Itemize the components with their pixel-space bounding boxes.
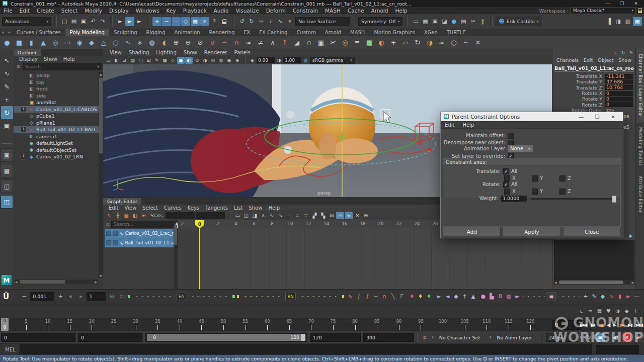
menu-mash[interactable]: MASH — [321, 8, 344, 14]
vp-shadows-icon[interactable]: ◑ — [201, 57, 209, 64]
animbot-bn-badge[interactable]: BN — [285, 293, 295, 300]
vp-motion-blur-icon[interactable]: ◍ — [217, 57, 225, 64]
expand-icon[interactable]: + — [21, 107, 26, 112]
ge-pin-curve-icon[interactable]: ✕ — [353, 212, 361, 219]
ge-break-tangents-icon[interactable]: ⊠ — [328, 212, 336, 219]
channelbox-menu-show[interactable]: Show — [616, 57, 633, 63]
vp-wireframe-icon[interactable]: ◇ — [169, 57, 177, 64]
animation-end-field[interactable]: 300 — [363, 333, 414, 342]
animbot-key-green-icon[interactable]: ♦ — [425, 293, 433, 301]
animbot-epsilon-icon[interactable]: ε — [577, 307, 586, 315]
ge-absolute-view-icon[interactable]: ▭ — [233, 212, 242, 219]
snap-to-view-plane-icon[interactable]: ▦ — [191, 17, 200, 26]
graph-channel-carlos-v01-02-l-ac-rt-hand[interactable]: ∿Carlos_v01_02_L:ac_rt_hand — [105, 229, 174, 238]
decompose-checkbox[interactable] — [508, 140, 514, 146]
ge-swap-buffer-icon[interactable]: ▚ — [319, 212, 327, 219]
menu-audio[interactable]: Audio — [210, 8, 232, 14]
open-render-view-icon[interactable]: ▭ — [411, 17, 420, 26]
outliner-search-field[interactable]: ▾ — [23, 63, 102, 70]
time-slider[interactable]: 0510152025303540455055606570758085909510… — [0, 318, 644, 331]
history-menu-icon[interactable]: ▾ — [285, 17, 294, 26]
animbot-wave-icon[interactable]: ∿ — [607, 293, 615, 301]
channel-row-rotate-y[interactable]: Rotate Y0 — [552, 96, 633, 102]
channel-edit-icon[interactable]: ✎ — [628, 50, 634, 56]
outliner-filter-icon[interactable]: ⊡ — [15, 64, 21, 70]
shelf-pyramid-icon[interactable]: △ — [98, 37, 109, 48]
animbot-bar-icon[interactable]: ▮ — [616, 293, 624, 301]
graph-menu-keys[interactable]: Keys — [185, 205, 202, 211]
shelf-tab-motion-graphics[interactable]: Motion Graphics — [369, 29, 419, 36]
outliner-item-front[interactable]: ◧front — [14, 85, 99, 93]
range-end-handle[interactable] — [301, 334, 305, 341]
ge-flat-tangent-icon[interactable]: — — [285, 212, 293, 219]
shelf-cylinder-icon[interactable]: ▮ — [26, 37, 37, 48]
stats-value-field[interactable] — [196, 212, 225, 219]
menu-help[interactable]: Help — [391, 8, 411, 14]
lasso-select-tool-icon[interactable]: ∿ — [1, 67, 13, 80]
vp-camera-attrs-icon[interactable]: ⊿ — [121, 57, 128, 64]
outliner-item-carlos-v01-02-l-carlos[interactable]: +►Carlos_v01_02_L:CARLOS — [14, 106, 99, 113]
outliner-item-animbot[interactable]: ▣animBot — [14, 99, 99, 106]
menu-playback[interactable]: Playback — [180, 8, 210, 14]
snap-to-projected-center-icon[interactable]: ◇ — [181, 17, 190, 26]
toggle-attribute-editor-icon[interactable]: ▐ — [604, 17, 613, 26]
snap-to-point-icon[interactable]: · — [172, 17, 181, 26]
animbot-mirror-icon[interactable]: ◆ — [452, 293, 460, 301]
menu-windows[interactable]: Windows — [132, 8, 163, 14]
channel-row-translate-z[interactable]: Translate Z10.764 — [552, 85, 633, 90]
playback-range-track[interactable]: 0 120 — [145, 333, 307, 342]
menu-arnold[interactable]: Arnold — [367, 8, 391, 14]
menu-edit[interactable]: Edit — [16, 8, 33, 14]
select-tool-icon[interactable]: ↖ — [1, 54, 13, 67]
ge-stacked-view-icon[interactable]: ◫ — [242, 212, 250, 219]
output-connections-icon[interactable]: ↻ — [247, 17, 256, 26]
view-transform-selector[interactable]: sRGB gamma▾ — [310, 57, 355, 64]
animbot-arc-icon[interactable]: ∼ — [372, 293, 380, 301]
maintain-offset-checkbox[interactable] — [508, 133, 514, 139]
animbot-grid-icon[interactable]: ▦ — [595, 307, 604, 315]
pause-viewport-icon[interactable]: ‖ — [478, 17, 487, 26]
workspace-selector[interactable]: Maya Classic*▾ — [571, 8, 636, 14]
outliner-item-side[interactable]: ◧side — [14, 93, 99, 100]
set-key-icon[interactable]: ¤ — [420, 333, 429, 342]
exposure-field[interactable]: 0.00 — [257, 57, 275, 63]
vp-lighting-icon[interactable]: ⊙ — [193, 57, 201, 64]
shelf-reduce-icon[interactable]: ≠ — [255, 37, 266, 48]
channel-row-translate-y[interactable]: Translate Y37.686 — [552, 79, 633, 84]
animbot-world-icon[interactable]: ◍ — [505, 293, 513, 301]
dialog-menu-edit[interactable]: Edit — [441, 122, 458, 128]
animbot-tween-slider[interactable] — [132, 296, 175, 298]
shelf-center-pivot-icon[interactable]: + — [388, 37, 399, 48]
animbot-ease-in-icon[interactable]: ʃ — [355, 293, 363, 301]
viewport-menu-show[interactable]: Show — [180, 50, 201, 55]
snap-to-curve-icon[interactable]: ∼ — [162, 17, 171, 26]
scale-tool-icon[interactable]: ▣ — [1, 119, 13, 132]
current-frame-marker[interactable]: 0 0 — [1, 318, 9, 331]
live-surface-field[interactable]: No Live Surface — [295, 17, 350, 26]
shelf-cube-icon[interactable]: ■ — [14, 37, 25, 48]
ge-region-tool-icon[interactable]: ◧ — [131, 212, 139, 219]
channel-box-object-name[interactable]: Ball_Tail_v01_02_L1:ac_cn_root... — [554, 65, 634, 72]
graph-menu-help[interactable]: Help — [266, 205, 282, 211]
rotate-x-checkbox[interactable] — [504, 189, 510, 195]
group-grip[interactable] — [353, 17, 355, 27]
shelf-platonic-icon[interactable]: ◆ — [86, 37, 97, 48]
vp-textured-icon[interactable]: ◐ — [185, 57, 193, 64]
render-current-frame-icon[interactable]: ▦ — [421, 17, 430, 26]
constraint-axes-header[interactable]: Constraint axes: — [443, 159, 620, 166]
viewport-menu-panels[interactable]: Panels — [230, 50, 254, 55]
shelf-cone-icon[interactable]: ▲ — [38, 37, 49, 48]
select-icon[interactable] — [113, 240, 118, 245]
shelf-connect-icon[interactable]: ≡ — [352, 37, 363, 48]
shelf-tab-xgen[interactable]: XGen — [420, 29, 442, 36]
playback-end-field[interactable]: 120 — [310, 333, 361, 342]
shelf-disc-icon[interactable]: ◉ — [74, 37, 85, 48]
dialog-title-bar[interactable]: M Parent Constraint Options — ❐ ✕ — [441, 112, 623, 121]
group-grip[interactable] — [406, 17, 408, 27]
dialog-minimize-button[interactable]: — — [575, 114, 588, 120]
animbot-menu-icon[interactable]: ≡ — [586, 307, 595, 315]
ge-auto-tangents-icon[interactable]: ≈ — [345, 212, 353, 219]
menu-display[interactable]: Display — [106, 8, 132, 14]
select-icon[interactable] — [113, 231, 118, 236]
animbot-prev-key-icon[interactable]: « — [66, 293, 74, 301]
